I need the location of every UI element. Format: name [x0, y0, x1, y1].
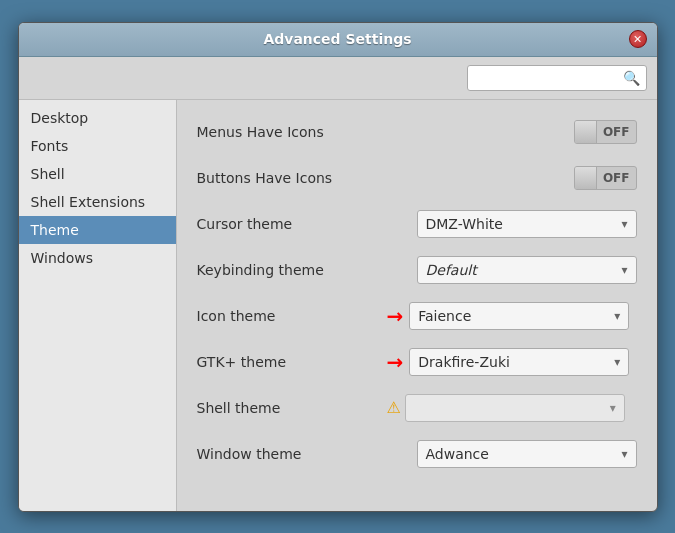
chevron-down-icon-3: ▾: [614, 309, 620, 323]
close-button[interactable]: ✕: [629, 30, 647, 48]
setting-row-window-theme: Window theme Adwance ▾: [197, 438, 637, 470]
window-title: Advanced Settings: [263, 31, 411, 47]
search-input[interactable]: [474, 70, 623, 85]
menus-have-icons-label: Menus Have Icons: [197, 124, 387, 140]
icon-theme-dropdown[interactable]: Faience ▾: [409, 302, 629, 330]
toggle-off-label-2: OFF: [597, 171, 636, 185]
icon-theme-label: Icon theme: [197, 308, 387, 324]
keybinding-theme-value: Default: [426, 262, 477, 278]
gtk-theme-label: GTK+ theme: [197, 354, 387, 370]
arrow-icon-2: →: [387, 350, 404, 374]
sidebar-item-desktop[interactable]: Desktop: [19, 104, 176, 132]
setting-row-icon-theme: Icon theme → Faience ▾: [197, 300, 637, 332]
titlebar: Advanced Settings ✕: [19, 23, 657, 57]
advanced-settings-window: Advanced Settings ✕ 🔍 Desktop Fonts Shel…: [18, 22, 658, 512]
window-theme-control: Adwance ▾: [387, 440, 637, 468]
setting-row-buttons-have-icons: Buttons Have Icons OFF: [197, 162, 637, 194]
shell-theme-control: ⚠ ▾: [387, 394, 637, 422]
sidebar-item-shell-extensions[interactable]: Shell Extensions: [19, 188, 176, 216]
content-area: Desktop Fonts Shell Shell Extensions The…: [19, 100, 657, 511]
setting-row-keybinding-theme: Keybinding theme Default ▾: [197, 254, 637, 286]
cursor-theme-label: Cursor theme: [197, 216, 387, 232]
keybinding-theme-label: Keybinding theme: [197, 262, 387, 278]
sidebar-item-fonts[interactable]: Fonts: [19, 132, 176, 160]
cursor-theme-control: DMZ-White ▾: [387, 210, 637, 238]
buttons-have-icons-control: OFF: [387, 166, 637, 190]
cursor-theme-dropdown[interactable]: DMZ-White ▾: [417, 210, 637, 238]
toggle-handle: [575, 121, 597, 143]
chevron-down-icon-5: ▾: [610, 401, 616, 415]
buttons-have-icons-label: Buttons Have Icons: [197, 170, 387, 186]
warning-icon: ⚠: [387, 398, 401, 417]
chevron-down-icon-4: ▾: [614, 355, 620, 369]
keybinding-theme-control: Default ▾: [387, 256, 637, 284]
setting-row-shell-theme: Shell theme ⚠ ▾: [197, 392, 637, 424]
menus-have-icons-toggle[interactable]: OFF: [574, 120, 637, 144]
window-theme-dropdown[interactable]: Adwance ▾: [417, 440, 637, 468]
toggle-off-label: OFF: [597, 125, 636, 139]
toolbar: 🔍: [19, 57, 657, 100]
close-icon: ✕: [633, 33, 642, 46]
toggle-handle-2: [575, 167, 597, 189]
shell-theme-dropdown[interactable]: ▾: [405, 394, 625, 422]
chevron-down-icon-2: ▾: [621, 263, 627, 277]
cursor-theme-value: DMZ-White: [426, 216, 503, 232]
window-theme-value: Adwance: [426, 446, 489, 462]
arrow-icon: →: [387, 304, 404, 328]
chevron-down-icon-6: ▾: [621, 447, 627, 461]
gtk-theme-dropdown[interactable]: Drakfire-Zuki ▾: [409, 348, 629, 376]
icon-theme-value: Faience: [418, 308, 471, 324]
gtk-theme-value: Drakfire-Zuki: [418, 354, 510, 370]
icon-theme-control: → Faience ▾: [387, 302, 637, 330]
setting-row-cursor-theme: Cursor theme DMZ-White ▾: [197, 208, 637, 240]
setting-row-menus-have-icons: Menus Have Icons OFF: [197, 116, 637, 148]
sidebar-item-theme[interactable]: Theme: [19, 216, 176, 244]
keybinding-theme-dropdown[interactable]: Default ▾: [417, 256, 637, 284]
main-content: Menus Have Icons OFF Buttons Have Icons …: [177, 100, 657, 511]
sidebar: Desktop Fonts Shell Shell Extensions The…: [19, 100, 177, 511]
sidebar-item-shell[interactable]: Shell: [19, 160, 176, 188]
buttons-have-icons-toggle[interactable]: OFF: [574, 166, 637, 190]
search-icon: 🔍: [623, 70, 640, 86]
search-box: 🔍: [467, 65, 647, 91]
menus-have-icons-control: OFF: [387, 120, 637, 144]
sidebar-item-windows[interactable]: Windows: [19, 244, 176, 272]
shell-theme-label: Shell theme: [197, 400, 387, 416]
chevron-down-icon: ▾: [621, 217, 627, 231]
setting-row-gtk-theme: GTK+ theme → Drakfire-Zuki ▾: [197, 346, 637, 378]
window-theme-label: Window theme: [197, 446, 387, 462]
gtk-theme-control: → Drakfire-Zuki ▾: [387, 348, 637, 376]
